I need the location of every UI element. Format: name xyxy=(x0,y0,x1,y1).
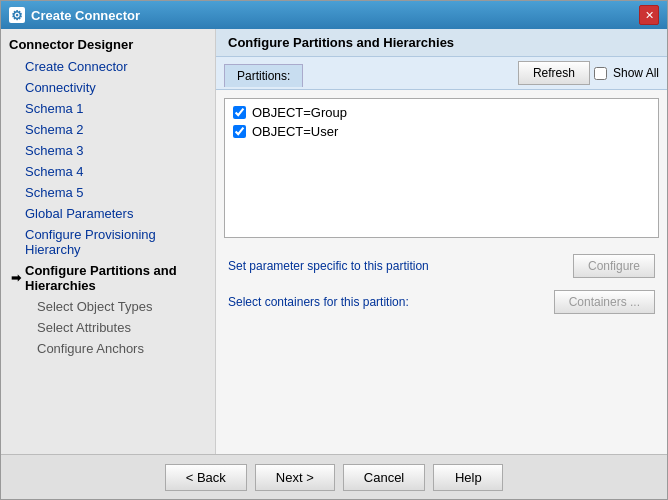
sidebar-item-schema1[interactable]: Schema 1 xyxy=(1,98,215,119)
sidebar-item-configure-anchors[interactable]: Configure Anchors xyxy=(1,338,215,359)
help-button[interactable]: Help xyxy=(433,464,503,491)
partition-group-label: OBJECT=Group xyxy=(252,105,347,120)
sidebar-item-create-connector[interactable]: Create Connector xyxy=(1,56,215,77)
partitions-list: OBJECT=Group OBJECT=User xyxy=(224,98,659,238)
set-param-label: Set parameter specific to this partition xyxy=(228,259,429,273)
containers-row: Select containers for this partition: Co… xyxy=(228,290,655,314)
partition-user-checkbox[interactable] xyxy=(233,125,246,138)
sidebar-item-global-parameters[interactable]: Global Parameters xyxy=(1,203,215,224)
app-icon: ⚙ xyxy=(9,7,25,23)
cancel-button[interactable]: Cancel xyxy=(343,464,425,491)
list-item: OBJECT=Group xyxy=(229,103,654,122)
sidebar-item-connectivity[interactable]: Connectivity xyxy=(1,77,215,98)
sidebar-item-schema5[interactable]: Schema 5 xyxy=(1,182,215,203)
show-all-checkbox[interactable] xyxy=(594,67,607,80)
title-bar: ⚙ Create Connector ✕ xyxy=(1,1,667,29)
window: ⚙ Create Connector ✕ Connector Designer … xyxy=(0,0,668,500)
window-title: Create Connector xyxy=(31,8,140,23)
sidebar-item-schema2[interactable]: Schema 2 xyxy=(1,119,215,140)
refresh-button[interactable]: Refresh xyxy=(518,61,590,85)
sidebar-header: Connector Designer xyxy=(1,33,215,56)
bottom-bar: < Back Next > Cancel Help xyxy=(1,454,667,499)
containers-button[interactable]: Containers ... xyxy=(554,290,655,314)
sidebar-item-configure-provisioning-hierarchy[interactable]: Configure Provisioning Hierarchy xyxy=(1,224,215,260)
sidebar-item-select-attributes[interactable]: Select Attributes xyxy=(1,317,215,338)
title-bar-left: ⚙ Create Connector xyxy=(9,7,140,23)
sidebar-item-configure-partitions[interactable]: ➡ Configure Partitions and Hierarchies xyxy=(1,260,215,296)
tab-buttons: Refresh Show All xyxy=(518,61,659,89)
partitions-tab[interactable]: Partitions: xyxy=(224,64,303,87)
select-containers-label: Select containers for this partition: xyxy=(228,295,409,309)
close-button[interactable]: ✕ xyxy=(639,5,659,25)
param-row: Set parameter specific to this partition… xyxy=(228,254,655,278)
partition-group-checkbox[interactable] xyxy=(233,106,246,119)
sidebar-item-select-object-types[interactable]: Select Object Types xyxy=(1,296,215,317)
show-all-row: Show All xyxy=(594,66,659,80)
main-panel: Configure Partitions and Hierarchies Par… xyxy=(216,29,667,454)
back-button[interactable]: < Back xyxy=(165,464,247,491)
partition-user-label: OBJECT=User xyxy=(252,124,338,139)
arrow-icon: ➡ xyxy=(11,271,21,285)
sidebar-item-schema3[interactable]: Schema 3 xyxy=(1,140,215,161)
list-item: OBJECT=User xyxy=(229,122,654,141)
lower-section: Set parameter specific to this partition… xyxy=(216,246,667,322)
configure-button[interactable]: Configure xyxy=(573,254,655,278)
panel-header: Configure Partitions and Hierarchies xyxy=(216,29,667,57)
show-all-label: Show All xyxy=(613,66,659,80)
sidebar: Connector Designer Create Connector Conn… xyxy=(1,29,216,454)
content-area: Connector Designer Create Connector Conn… xyxy=(1,29,667,454)
next-button[interactable]: Next > xyxy=(255,464,335,491)
tabs-row: Partitions: Refresh Show All xyxy=(216,57,667,90)
sidebar-item-schema4[interactable]: Schema 4 xyxy=(1,161,215,182)
